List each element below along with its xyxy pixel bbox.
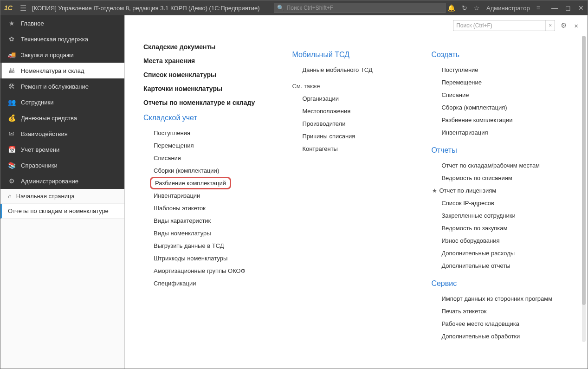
close-button[interactable]: ✕ [578,4,584,12]
nav-link[interactable]: Инвентаризация [441,126,552,139]
sidebar-item-icon: 🚚 [8,51,15,58]
col2-links2: ОрганизацииМестоположенияПроизводителиПр… [292,92,394,155]
global-search-placeholder: Поиск Ctrl+Shift+F [287,5,334,11]
local-search-clear-icon[interactable]: × [545,20,552,31]
nav-link[interactable]: ★Отчет по лицензиям [441,184,552,197]
bell-icon[interactable]: 🔔 [447,4,455,12]
nav-link[interactable]: Ведомость по списаниям [441,172,552,184]
nav-link[interactable]: Дополнительные отчеты [441,259,552,272]
nav-link[interactable]: Данные мобильного ТСД [302,64,394,76]
local-search-input[interactable]: Поиск (Ctrl+F) × [453,20,555,31]
section-head-warehouse[interactable]: Складской учет [143,114,255,122]
user-label[interactable]: Администратор [486,5,530,12]
section-head-service[interactable]: Сервис [431,279,552,288]
sidebar-item-3[interactable]: 🖶Номенклатура и склад [0,63,124,78]
sidebar-item-10[interactable]: ⚙Администрирование [0,173,124,189]
nav-link-label: Списания [154,155,181,162]
col1-links: ПоступленияПеремещенияСписанияСборки (ко… [143,127,255,290]
nav-link[interactable]: Рабочее место кладовщика [441,317,552,330]
nav-link[interactable]: Печать этикеток [441,305,552,317]
bold-link[interactable]: Карточки номенклатуры [143,85,255,92]
sidebar-item-8[interactable]: 📅Учет времени [0,142,124,157]
nav-link[interactable]: Отчет по складам/рабочим местам [441,159,552,172]
nav-link[interactable]: Виды номенклатуры [154,227,255,240]
nav-link[interactable]: Местоположения [302,105,394,117]
nav-link[interactable]: Контрагенты [302,142,394,155]
nav-link-label: Сборки (комплектации) [154,167,219,174]
sidebar-tab-label: Отчеты по складам и номенклатуре [8,207,109,214]
nav-link[interactable]: Организации [302,92,394,105]
nav-link[interactable]: Инвентаризации [154,189,255,202]
scrollbar-thumb[interactable] [582,36,586,305]
nav-link[interactable]: Разбиение комплектации [441,114,552,126]
nav-link-label: Разбиение комплектаций [155,180,226,187]
sidebar-item-icon: ✉ [8,130,15,137]
nav-link[interactable]: Дополнительные расходы [441,247,552,259]
bold-link[interactable]: Отчеты по номенклатуре и складу [143,99,255,106]
section-head-create[interactable]: Создать [431,51,552,59]
column-3: Создать ПоступлениеПеремещениеСписаниеСб… [431,43,552,343]
nav-link[interactable]: Штрихкоды номенклатуры [154,252,255,265]
nav-link[interactable]: Разбиение комплектаций [150,177,231,189]
sidebar-item-2[interactable]: 🚚Закупки и продажи [0,47,124,63]
sidebar-item-0[interactable]: ★Главное [0,15,124,31]
sidebar-item-label: Сотрудники [21,99,53,106]
nav-link[interactable]: Закрепленные сотрудники [441,209,552,222]
nav-link[interactable]: Перемещения [154,139,255,152]
sidebar-item-label: Закупки и продажи [21,52,74,58]
nav-link[interactable]: Перемещение [441,76,552,89]
main-toolbar: Поиск (Ctrl+F) × ⚙ × [125,15,588,34]
logo-1c: 1C [4,4,13,12]
nav-link-label: Амортизационные группы ОКОФ [154,267,246,274]
sidebar-item-label: Справочники [21,162,58,169]
sidebar-item-icon: ✿ [8,35,15,43]
panel-close-icon[interactable]: × [572,22,580,30]
sidebar-item-icon: 💰 [8,114,15,122]
nav-link[interactable]: Сборки (комплектации) [154,164,255,177]
sidebar-item-5[interactable]: 👥Сотрудники [0,94,124,110]
nav-link[interactable]: Выгрузить данные в ТСД [154,240,255,252]
sidebar-item-6[interactable]: 💰Денежные средства [0,110,124,126]
nav-link[interactable]: Спецификации [154,277,255,290]
nav-link[interactable]: Списание [441,89,552,101]
bold-link[interactable]: Список номенклатуры [143,71,255,78]
sidebar-item-label: Техническая поддержка [21,36,88,43]
nav-link[interactable]: Импорт данных из сторонних программ [441,292,552,305]
settings-gear-icon[interactable]: ⚙ [559,21,569,30]
nav-link[interactable]: Причины списания [302,130,394,142]
sub-head-see-also: См. также [292,83,394,90]
nav-link[interactable]: Списания [154,152,255,164]
nav-link[interactable]: Шаблоны этикеток [154,202,255,214]
nav-link[interactable]: Амортизационные группы ОКОФ [154,265,255,277]
nav-link[interactable]: Поступления [154,127,255,139]
nav-link[interactable]: Износ оборудования [441,234,552,247]
nav-link[interactable]: Производители [302,117,394,130]
sidebar-item-7[interactable]: ✉Взаимодействия [0,126,124,142]
nav-link[interactable]: Список IP-адресов [441,197,552,209]
nav-link-label: Отчет по лицензиям [439,187,496,194]
sidebar-item-1[interactable]: ✿Техническая поддержка [0,31,124,47]
bold-link[interactable]: Складские документы [143,43,255,51]
minimize-button[interactable]: — [551,4,558,12]
history-icon[interactable]: ↻ [462,4,467,12]
section-head-mobile-tsd[interactable]: Мобильный ТСД [292,51,394,59]
sidebar-tab-0[interactable]: ⌂Начальная страница [0,189,124,204]
nav-link[interactable]: Поступление [441,64,552,76]
bold-link[interactable]: Места хранения [143,57,255,65]
hamburger-icon[interactable]: ☰ [20,4,26,13]
maximize-button[interactable]: ◻ [565,4,571,12]
sidebar-item-4[interactable]: 🛠Ремонт и обслуживание [0,78,124,94]
global-search-input[interactable]: 🔍 Поиск Ctrl+Shift+F [274,3,446,13]
sidebar-item-9[interactable]: 📚Справочники [0,157,124,173]
nav-link[interactable]: Виды характеристик [154,214,255,227]
nav-link[interactable]: Сборка (комплектация) [441,101,552,114]
nav-link[interactable]: Дополнительные обработки [441,330,552,343]
nav-link-label: Спецификации [154,280,196,287]
search-icon: 🔍 [277,5,284,11]
section-head-reports[interactable]: Отчеты [431,146,552,155]
menu-lines-icon[interactable]: ≡ [536,4,540,12]
nav-link[interactable]: Ведомость по закупкам [441,222,552,234]
sidebar-tabs: ⌂Начальная страницаОтчеты по складам и н… [0,189,124,369]
star-icon[interactable]: ☆ [474,4,480,12]
sidebar-tab-1[interactable]: Отчеты по складам и номенклатуре [0,204,124,219]
